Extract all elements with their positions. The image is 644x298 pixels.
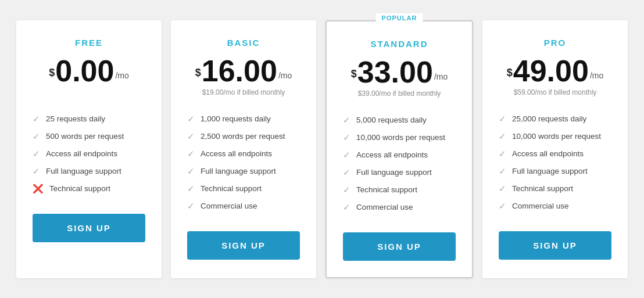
signup-button-basic[interactable]: SIGN UP	[187, 231, 300, 260]
feature-text: 10,000 words per request	[356, 133, 445, 142]
price-amount-free: 0.00	[55, 56, 114, 86]
check-icon: ✓	[33, 131, 40, 142]
plan-name-standard: STANDARD	[343, 39, 456, 49]
feature-item: ✓ 25 requests daily	[33, 110, 145, 128]
check-icon: ✓	[187, 149, 195, 159]
check-icon: ✓	[343, 132, 350, 143]
feature-item: ✓ 25,000 requests daily	[499, 110, 611, 128]
feature-text: Commercial use	[512, 202, 569, 210]
feature-text: Technical support	[356, 185, 417, 194]
check-icon: ✓	[33, 149, 40, 159]
check-icon: ✓	[499, 131, 506, 142]
check-icon: ✓	[187, 166, 195, 177]
signup-button-standard[interactable]: SIGN UP	[343, 232, 456, 261]
plan-name-basic: BASIC	[187, 38, 300, 48]
feature-text: Commercial use	[356, 203, 413, 211]
feature-item: ✓ Commercial use	[499, 198, 611, 215]
feature-text: Access all endpoints	[512, 149, 584, 158]
feature-text: Full language support	[201, 167, 276, 175]
feature-text: 1,000 requests daily	[201, 114, 271, 123]
check-icon: ✓	[499, 201, 506, 211]
feature-text: 25,000 requests daily	[512, 114, 586, 123]
feature-text: Full language support	[356, 168, 432, 177]
check-icon: ✓	[343, 202, 350, 213]
feature-text: Access all endpoints	[46, 149, 117, 158]
feature-text: 500 words per request	[46, 132, 124, 141]
feature-item: ✓ Full language support	[33, 163, 145, 180]
price-dollar-pro: $	[507, 67, 513, 79]
check-icon: ✓	[343, 115, 350, 125]
check-icon: ✓	[499, 184, 506, 194]
feature-item: ✓ Technical support	[499, 180, 611, 198]
plan-card-standard: POPULARSTANDARD $ 33.00 /mo $39.00/mo if…	[325, 20, 473, 278]
plan-price-row-basic: $ 16.00 /mo	[187, 56, 300, 86]
feature-item: ✓ 5,000 requests daily	[343, 112, 456, 129]
features-list-pro: ✓ 25,000 requests daily ✓ 10,000 words p…	[499, 110, 611, 215]
price-period-standard: /mo	[434, 72, 448, 81]
feature-item: ✓ Full language support	[187, 163, 300, 180]
features-list-standard: ✓ 5,000 requests daily ✓ 10,000 words pe…	[343, 112, 456, 216]
price-dollar-basic: $	[195, 67, 201, 79]
feature-item: ✓ Commercial use	[343, 199, 456, 216]
feature-item: ✓ Access all endpoints	[33, 145, 145, 163]
feature-item: ✓ Access all endpoints	[187, 145, 300, 163]
feature-item: ✓ 1,000 requests daily	[187, 110, 300, 128]
feature-item: ✓ Access all endpoints	[499, 145, 611, 163]
feature-item: ✓ 10,000 words per request	[499, 128, 611, 145]
price-period-basic: /mo	[278, 71, 292, 80]
feature-text: Technical support	[49, 184, 110, 193]
feature-text: Technical support	[512, 184, 573, 193]
feature-item: ✓ Commercial use	[187, 198, 300, 215]
price-amount-basic: 16.00	[202, 56, 277, 86]
feature-item: ❌ Technical support	[33, 180, 145, 198]
price-period-pro: /mo	[590, 71, 603, 80]
feature-text: 10,000 words per request	[512, 132, 601, 141]
check-icon: ✓	[343, 150, 350, 160]
feature-text: 5,000 requests daily	[356, 116, 427, 124]
feature-item: ✓ Access all endpoints	[343, 146, 456, 164]
features-list-basic: ✓ 1,000 requests daily ✓ 2,500 words per…	[187, 110, 300, 215]
check-icon: ✓	[499, 166, 506, 177]
check-icon: ✓	[33, 166, 40, 177]
features-list-free: ✓ 25 requests daily ✓ 500 words per requ…	[33, 110, 145, 198]
plan-price-row-standard: $ 33.00 /mo	[343, 57, 456, 87]
feature-text: Access all endpoints	[201, 149, 272, 158]
check-icon: ✓	[499, 114, 506, 124]
feature-text: 25 requests daily	[46, 114, 105, 123]
price-period-free: /mo	[115, 71, 128, 80]
plan-card-pro: PRO $ 49.00 /mo $59.00/mo if billed mont…	[482, 20, 628, 278]
check-icon: ✓	[187, 184, 195, 194]
feature-text: Technical support	[201, 184, 262, 193]
feature-item: ✓ Technical support	[343, 181, 456, 199]
check-icon: ✓	[343, 185, 350, 195]
x-icon: ❌	[33, 184, 44, 194]
check-icon: ✓	[187, 114, 195, 124]
feature-item: ✓ Full language support	[499, 163, 611, 180]
price-amount-pro: 49.00	[513, 56, 589, 86]
feature-text: Full language support	[46, 167, 121, 175]
check-icon: ✓	[187, 201, 195, 211]
pricing-container: FREE $ 0.00 /mo ✓ 25 requests daily ✓ 50…	[12, 20, 632, 278]
signup-button-pro[interactable]: SIGN UP	[499, 231, 611, 260]
check-icon: ✓	[343, 167, 350, 178]
check-icon: ✓	[33, 114, 40, 124]
price-note-standard: $39.00/mo if billed monthly	[343, 89, 456, 99]
feature-text: Commercial use	[201, 202, 257, 210]
price-note-basic: $19.00/mo if billed monthly	[187, 88, 300, 98]
plan-name-free: FREE	[33, 38, 145, 48]
plan-price-row-free: $ 0.00 /mo	[33, 56, 145, 86]
feature-text: Access all endpoints	[356, 150, 428, 159]
signup-button-free[interactable]: SIGN UP	[33, 214, 145, 242]
feature-text: Full language support	[512, 167, 588, 175]
check-icon: ✓	[187, 131, 195, 142]
price-amount-standard: 33.00	[357, 57, 433, 87]
feature-item: ✓ Technical support	[187, 180, 300, 198]
check-icon: ✓	[499, 149, 506, 159]
price-dollar-standard: $	[351, 68, 357, 80]
plan-card-free: FREE $ 0.00 /mo ✓ 25 requests daily ✓ 50…	[16, 20, 162, 278]
feature-item: ✓ 2,500 words per request	[187, 128, 300, 145]
feature-item: ✓ Full language support	[343, 164, 456, 181]
plan-price-row-pro: $ 49.00 /mo	[499, 56, 611, 86]
plan-name-pro: PRO	[499, 38, 611, 48]
price-note-pro: $59.00/mo if billed monthly	[499, 88, 611, 98]
